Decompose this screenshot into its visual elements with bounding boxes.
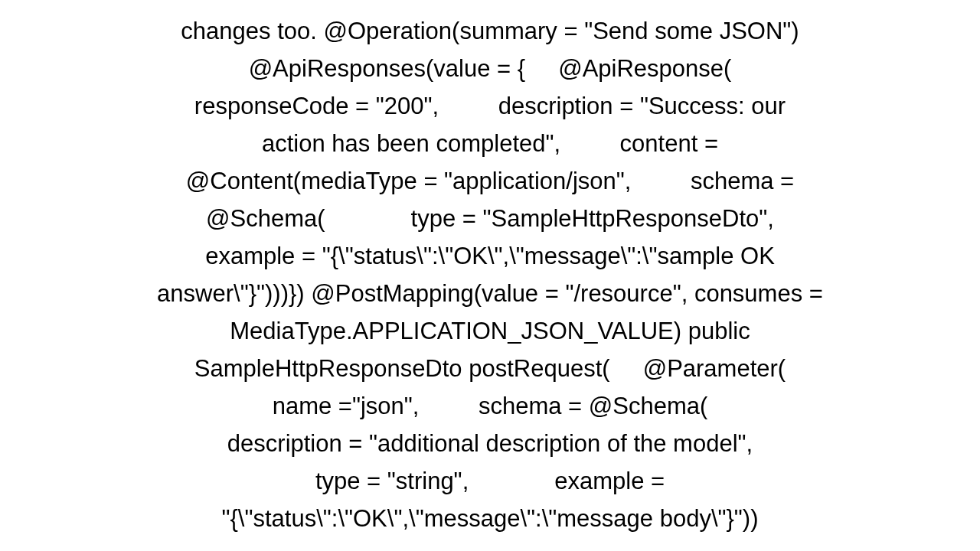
- code-text-block: changes too. @Operation(summary = "Send …: [0, 5, 980, 546]
